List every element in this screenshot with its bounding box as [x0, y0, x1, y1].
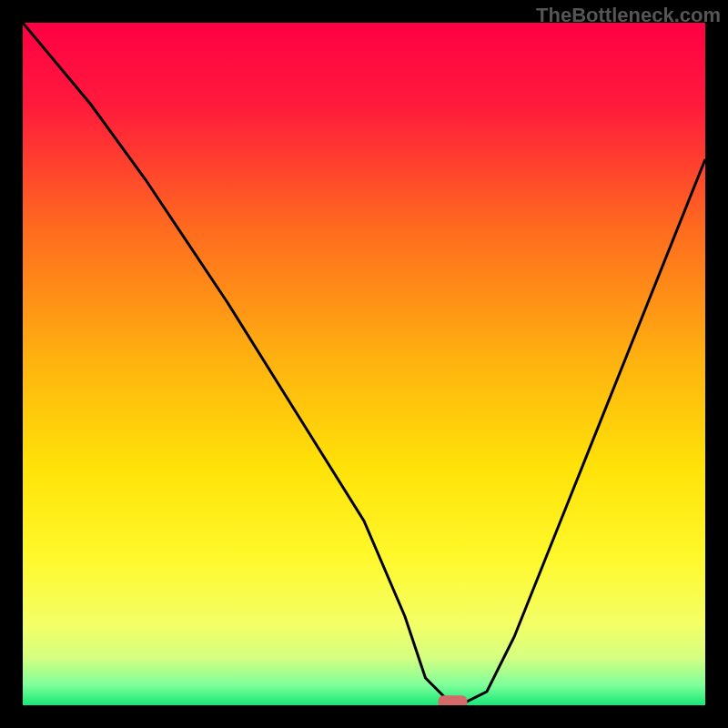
chart-container: TheBottleneck.com — [0, 0, 728, 728]
optimal-marker — [439, 695, 468, 705]
watermark-text: TheBottleneck.com — [536, 4, 721, 27]
gradient-background — [23, 23, 705, 705]
chart-svg — [23, 23, 705, 705]
plot-area — [23, 23, 705, 705]
